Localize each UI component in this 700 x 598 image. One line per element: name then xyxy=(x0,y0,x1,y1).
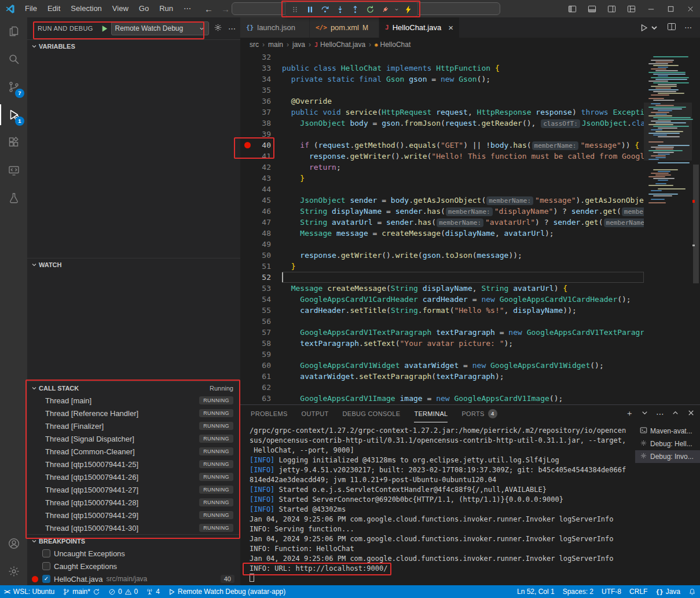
code-line[interactable]: 53 Message createMessage(String displayN… xyxy=(240,283,644,294)
code-line[interactable]: 54 GoogleAppsCardV1CardHeader cardHeader… xyxy=(240,294,644,305)
call-stack-thread-row[interactable]: Thread [qtp1500079441-25]RUNNING xyxy=(27,458,240,471)
scrollbar-thumb[interactable] xyxy=(693,165,699,283)
activitybar-settings-icon[interactable] xyxy=(0,557,27,585)
toggle-panel-icon[interactable] xyxy=(582,0,602,17)
call-stack-thread-row[interactable]: Thread [qtp1500079441-30]RUNNING xyxy=(27,522,240,534)
breakpoint-row[interactable]: Uncaught Exceptions xyxy=(27,547,240,560)
editor-gutter[interactable]: 60 xyxy=(240,360,282,371)
hot-code-replace-icon[interactable] xyxy=(401,3,415,16)
activitybar-remote-explorer-icon[interactable] xyxy=(0,156,27,184)
watch-section-header[interactable]: WATCH xyxy=(27,258,240,271)
terminal-launch-chevron-icon[interactable] xyxy=(640,409,649,419)
editor-gutter[interactable]: 47 xyxy=(240,217,282,228)
activitybar-explorer-icon[interactable] xyxy=(0,17,27,45)
code-line[interactable]: 61 avatarWidget.setTextParagraph(textPar… xyxy=(240,371,644,382)
editor-gutter[interactable]: 57 xyxy=(240,327,282,338)
forwarded-ports-indicator[interactable]: 4 xyxy=(142,585,164,598)
code-line[interactable]: 62 xyxy=(240,382,644,393)
terminal-output[interactable]: /grpc/grpc-context/1.27.2/grpc-context-1… xyxy=(240,422,635,585)
code-line[interactable]: 45 JsonObject sender = body.getAsJsonObj… xyxy=(240,195,644,206)
activitybar-source-control-icon[interactable]: 7 xyxy=(0,73,27,101)
step-over-icon[interactable] xyxy=(318,3,332,16)
editor-gutter[interactable]: 58 xyxy=(240,338,282,349)
code-line[interactable]: 46 String displayName = sender.has(membe… xyxy=(240,206,644,217)
editor-gutter[interactable]: 32 xyxy=(240,52,282,63)
menu-item-view[interactable]: View xyxy=(107,0,134,17)
code-line[interactable]: 55 cardHeader.setTitle(String.format("He… xyxy=(240,305,644,316)
debug-configuration-select[interactable]: Remote Watch Debug xyxy=(111,21,209,35)
code-line[interactable]: 50 response.getWriter().write(gson.toJso… xyxy=(240,250,644,261)
code-line[interactable]: 43 } xyxy=(240,173,644,184)
editor-tab[interactable]: {}launch.json xyxy=(240,17,310,38)
code-line[interactable]: 33public class HelloChat implements Http… xyxy=(240,63,644,74)
editor-gutter[interactable]: 43 xyxy=(240,173,282,184)
call-stack-section-header[interactable]: CALL STACK Running xyxy=(27,381,240,394)
editor-gutter[interactable]: 52 xyxy=(240,272,282,283)
minimap-slider[interactable] xyxy=(644,103,692,161)
branch-indicator[interactable]: main* xyxy=(58,585,104,598)
editor-gutter[interactable]: 38 xyxy=(240,118,282,129)
editor-gutter[interactable]: 55 xyxy=(240,305,282,316)
editor-gutter[interactable]: 34 xyxy=(240,74,282,85)
customize-layout-icon[interactable] xyxy=(621,0,641,17)
panel-tab-terminal[interactable]: TERMINAL xyxy=(414,405,448,422)
breadcrumb-item[interactable]: ◉HelloChat xyxy=(375,41,411,49)
editor-gutter[interactable]: 56 xyxy=(240,316,282,327)
toggle-secondary-sidebar-icon[interactable] xyxy=(602,0,621,17)
code-line[interactable]: 49 xyxy=(240,239,644,250)
editor-gutter[interactable]: 48 xyxy=(240,228,282,239)
editor-gutter[interactable]: 35 xyxy=(240,85,282,96)
menu-item-file[interactable]: File xyxy=(20,0,42,17)
code-line[interactable]: 47 String avatarUrl = sender.has(memberN… xyxy=(240,217,644,228)
code-line[interactable]: 37 public void service(HttpRequest reque… xyxy=(240,107,644,118)
pause-icon[interactable] xyxy=(303,3,317,16)
new-terminal-icon[interactable]: ＋ xyxy=(625,409,633,419)
menu-item-selection[interactable]: Selection xyxy=(65,0,107,17)
code-line[interactable]: 63 GoogleAppsCardV1Image image = new Goo… xyxy=(240,393,644,404)
debug-session-indicator[interactable]: Remote Watch Debug (avatar-app) xyxy=(164,585,289,598)
code-line[interactable]: 34 private static final Gson gson = new … xyxy=(240,74,644,85)
breakpoint-row[interactable]: ✓HelloChat.javasrc/main/java40 xyxy=(27,573,240,585)
minimize-icon[interactable] xyxy=(641,0,661,17)
code-line[interactable]: 36 @Override xyxy=(240,96,644,107)
editor-gutter[interactable]: 50 xyxy=(240,250,282,261)
code-line[interactable]: 35 xyxy=(240,85,644,96)
views-more-actions-icon[interactable]: ⋯ xyxy=(228,24,236,33)
editor-gutter[interactable]: 54 xyxy=(240,294,282,305)
panel-tab-output[interactable]: OUTPUT xyxy=(302,405,329,422)
debug-settings-gear-icon[interactable] xyxy=(214,23,222,34)
breadcrumb-item[interactable]: src xyxy=(250,41,259,49)
breakpoint-row[interactable]: Caught Exceptions xyxy=(27,560,240,573)
cursor-position-indicator[interactable]: Ln 52, Col 1 xyxy=(513,585,559,598)
code-line[interactable]: 57 GoogleAppsCardV1TextParagraph textPar… xyxy=(240,327,644,338)
encoding-indicator[interactable]: UTF-8 xyxy=(598,585,625,598)
editor-gutter[interactable]: 44 xyxy=(240,184,282,195)
editor-gutter[interactable]: 45 xyxy=(240,195,282,206)
call-stack-thread-row[interactable]: Thread [qtp1500079441-27]RUNNING xyxy=(27,483,240,496)
editor-gutter[interactable]: 59 xyxy=(240,349,282,360)
activitybar-search-icon[interactable] xyxy=(0,45,27,73)
step-out-icon[interactable] xyxy=(348,3,362,16)
call-stack-thread-row[interactable]: Thread [qtp1500079441-26]RUNNING xyxy=(27,471,240,483)
editor-gutter[interactable]: 61 xyxy=(240,371,282,382)
editor-more-actions-icon[interactable]: ⋯ xyxy=(684,23,692,32)
menu-item-edit[interactable]: Edit xyxy=(42,0,65,17)
eol-indicator[interactable]: CRLF xyxy=(625,585,651,598)
code-editor[interactable]: 3233public class HelloChat implements Ht… xyxy=(240,52,700,404)
panel-tab-ports[interactable]: PORTS4 xyxy=(461,405,497,422)
editor-gutter[interactable]: 42 xyxy=(240,162,282,173)
maximize-icon[interactable] xyxy=(661,0,680,17)
code-line[interactable]: 60 GoogleAppsCardV1Widget avatarWidget =… xyxy=(240,360,644,371)
breadcrumb-item[interactable]: JHelloChat.java xyxy=(314,41,365,49)
activitybar-run-and-debug-icon[interactable]: 1 xyxy=(0,101,27,129)
editor-tab[interactable]: JHelloChat.java× xyxy=(379,17,460,38)
breadcrumb-item[interactable]: main xyxy=(268,41,283,49)
toggle-sidebar-icon[interactable] xyxy=(562,0,582,17)
code-line[interactable]: 32 xyxy=(240,52,644,63)
code-line[interactable]: 42 return; xyxy=(240,162,644,173)
step-into-icon[interactable] xyxy=(333,3,347,16)
breakpoints-section-header[interactable]: BREAKPOINTS xyxy=(27,534,240,547)
close-panel-icon[interactable] xyxy=(687,409,695,419)
activitybar-testing-icon[interactable] xyxy=(0,184,27,212)
code-line[interactable]: 51 } xyxy=(240,261,644,272)
